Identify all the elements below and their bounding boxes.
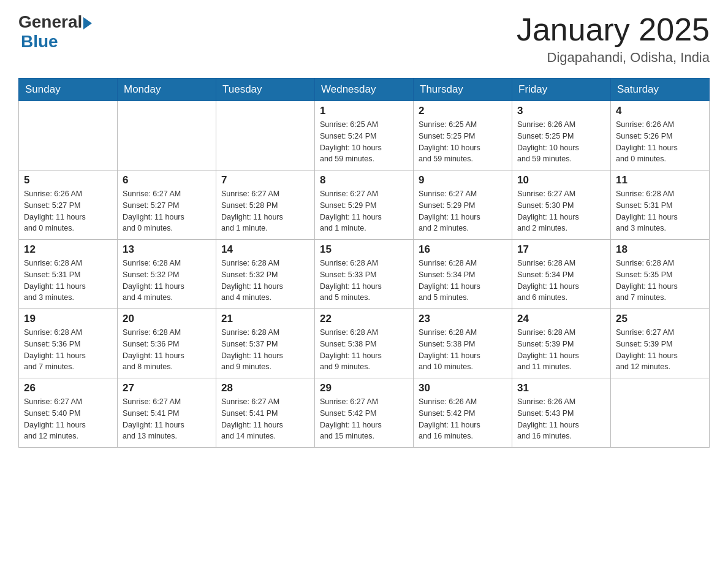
day-info: Sunrise: 6:27 AMSunset: 5:39 PMDaylight:… [616,327,704,373]
day-number: 28 [221,382,309,394]
day-number: 23 [419,313,507,325]
day-info: Sunrise: 6:27 AMSunset: 5:42 PMDaylight:… [320,396,408,442]
day-number: 6 [123,174,211,186]
calendar-day-26: 26Sunrise: 6:27 AMSunset: 5:40 PMDayligh… [19,378,118,448]
day-number: 29 [320,382,408,394]
day-info: Sunrise: 6:28 AMSunset: 5:33 PMDaylight:… [320,258,408,304]
day-number: 2 [419,105,507,117]
day-info: Sunrise: 6:28 AMSunset: 5:39 PMDaylight:… [517,327,605,373]
calendar-day-25: 25Sunrise: 6:27 AMSunset: 5:39 PMDayligh… [611,309,710,378]
calendar-day-5: 5Sunrise: 6:26 AMSunset: 5:27 PMDaylight… [19,170,118,240]
day-number: 10 [517,174,605,186]
calendar-day-8: 8Sunrise: 6:27 AMSunset: 5:29 PMDaylight… [315,170,414,240]
calendar-day-18: 18Sunrise: 6:28 AMSunset: 5:35 PMDayligh… [611,240,710,309]
day-info: Sunrise: 6:28 AMSunset: 5:37 PMDaylight:… [221,327,309,373]
day-info: Sunrise: 6:26 AMSunset: 5:27 PMDaylight:… [24,188,112,234]
day-info: Sunrise: 6:27 AMSunset: 5:30 PMDaylight:… [517,188,605,234]
day-info: Sunrise: 6:27 AMSunset: 5:29 PMDaylight:… [419,188,507,234]
day-info: Sunrise: 6:26 AMSunset: 5:42 PMDaylight:… [419,396,507,442]
day-number: 24 [517,313,605,325]
logo: General Blue [18,12,92,52]
calendar-day-14: 14Sunrise: 6:28 AMSunset: 5:32 PMDayligh… [216,240,315,309]
logo-general-text: General [18,12,82,32]
day-number: 14 [221,243,309,256]
day-info: Sunrise: 6:27 AMSunset: 5:28 PMDaylight:… [221,188,309,234]
calendar-day-20: 20Sunrise: 6:28 AMSunset: 5:36 PMDayligh… [118,309,216,378]
calendar-day-13: 13Sunrise: 6:28 AMSunset: 5:32 PMDayligh… [118,240,216,309]
calendar-day-11: 11Sunrise: 6:28 AMSunset: 5:31 PMDayligh… [611,170,710,240]
calendar-day-27: 27Sunrise: 6:27 AMSunset: 5:41 PMDayligh… [118,378,216,448]
day-number: 25 [616,313,704,325]
day-info: Sunrise: 6:27 AMSunset: 5:41 PMDaylight:… [123,396,211,442]
calendar-week-row: 19Sunrise: 6:28 AMSunset: 5:36 PMDayligh… [19,309,710,378]
calendar-day-10: 10Sunrise: 6:27 AMSunset: 5:30 PMDayligh… [512,170,611,240]
title-section: January 2025 Digapahandi, Odisha, India [517,12,710,66]
day-number: 30 [419,382,507,394]
calendar-week-row: 1Sunrise: 6:25 AMSunset: 5:24 PMDaylight… [19,101,710,170]
page-header: General Blue January 2025 Digapahandi, O… [18,12,710,66]
day-number: 1 [320,105,408,117]
calendar-day-24: 24Sunrise: 6:28 AMSunset: 5:39 PMDayligh… [512,309,611,378]
weekday-header-tuesday: Tuesday [216,79,315,101]
calendar-empty-cell [216,101,315,170]
weekday-header-saturday: Saturday [611,79,710,101]
logo-triangle-icon [83,17,92,29]
calendar-day-9: 9Sunrise: 6:27 AMSunset: 5:29 PMDaylight… [414,170,512,240]
calendar-week-row: 5Sunrise: 6:26 AMSunset: 5:27 PMDaylight… [19,170,710,240]
day-number: 12 [24,243,112,256]
weekday-header-sunday: Sunday [19,79,118,101]
day-number: 20 [123,313,211,325]
day-number: 18 [616,243,704,256]
day-info: Sunrise: 6:26 AMSunset: 5:43 PMDaylight:… [517,396,605,442]
day-number: 9 [419,174,507,186]
day-info: Sunrise: 6:27 AMSunset: 5:27 PMDaylight:… [123,188,211,234]
day-info: Sunrise: 6:28 AMSunset: 5:38 PMDaylight:… [419,327,507,373]
calendar-day-21: 21Sunrise: 6:28 AMSunset: 5:37 PMDayligh… [216,309,315,378]
calendar-week-row: 12Sunrise: 6:28 AMSunset: 5:31 PMDayligh… [19,240,710,309]
day-number: 3 [517,105,605,117]
day-number: 8 [320,174,408,186]
day-info: Sunrise: 6:28 AMSunset: 5:32 PMDaylight:… [221,258,309,304]
calendar-table: SundayMondayTuesdayWednesdayThursdayFrid… [18,78,710,448]
day-info: Sunrise: 6:28 AMSunset: 5:35 PMDaylight:… [616,258,704,304]
day-info: Sunrise: 6:25 AMSunset: 5:24 PMDaylight:… [320,119,408,165]
day-number: 15 [320,243,408,256]
day-number: 26 [24,382,112,394]
day-number: 31 [517,382,605,394]
calendar-day-12: 12Sunrise: 6:28 AMSunset: 5:31 PMDayligh… [19,240,118,309]
calendar-day-6: 6Sunrise: 6:27 AMSunset: 5:27 PMDaylight… [118,170,216,240]
weekday-header-monday: Monday [118,79,216,101]
day-number: 4 [616,105,704,117]
day-number: 5 [24,174,112,186]
calendar-day-29: 29Sunrise: 6:27 AMSunset: 5:42 PMDayligh… [315,378,414,448]
day-info: Sunrise: 6:28 AMSunset: 5:31 PMDaylight:… [24,258,112,304]
weekday-header-wednesday: Wednesday [315,79,414,101]
day-info: Sunrise: 6:27 AMSunset: 5:29 PMDaylight:… [320,188,408,234]
calendar-day-2: 2Sunrise: 6:25 AMSunset: 5:25 PMDaylight… [414,101,512,170]
calendar-empty-cell [19,101,118,170]
location-subtitle: Digapahandi, Odisha, India [517,50,710,66]
day-info: Sunrise: 6:26 AMSunset: 5:26 PMDaylight:… [616,119,704,165]
day-number: 11 [616,174,704,186]
day-info: Sunrise: 6:28 AMSunset: 5:31 PMDaylight:… [616,188,704,234]
day-number: 13 [123,243,211,256]
day-number: 19 [24,313,112,325]
calendar-day-19: 19Sunrise: 6:28 AMSunset: 5:36 PMDayligh… [19,309,118,378]
day-number: 7 [221,174,309,186]
month-title: January 2025 [517,12,710,47]
calendar-day-23: 23Sunrise: 6:28 AMSunset: 5:38 PMDayligh… [414,309,512,378]
day-info: Sunrise: 6:28 AMSunset: 5:36 PMDaylight:… [123,327,211,373]
day-info: Sunrise: 6:27 AMSunset: 5:41 PMDaylight:… [221,396,309,442]
day-number: 16 [419,243,507,256]
day-info: Sunrise: 6:26 AMSunset: 5:25 PMDaylight:… [517,119,605,165]
day-number: 22 [320,313,408,325]
calendar-empty-cell [611,378,710,448]
logo-blue-text: Blue [21,32,58,52]
calendar-day-4: 4Sunrise: 6:26 AMSunset: 5:26 PMDaylight… [611,101,710,170]
day-info: Sunrise: 6:28 AMSunset: 5:38 PMDaylight:… [320,327,408,373]
day-info: Sunrise: 6:28 AMSunset: 5:32 PMDaylight:… [123,258,211,304]
day-info: Sunrise: 6:28 AMSunset: 5:36 PMDaylight:… [24,327,112,373]
calendar-header-row: SundayMondayTuesdayWednesdayThursdayFrid… [19,79,710,101]
calendar-day-1: 1Sunrise: 6:25 AMSunset: 5:24 PMDaylight… [315,101,414,170]
calendar-day-16: 16Sunrise: 6:28 AMSunset: 5:34 PMDayligh… [414,240,512,309]
